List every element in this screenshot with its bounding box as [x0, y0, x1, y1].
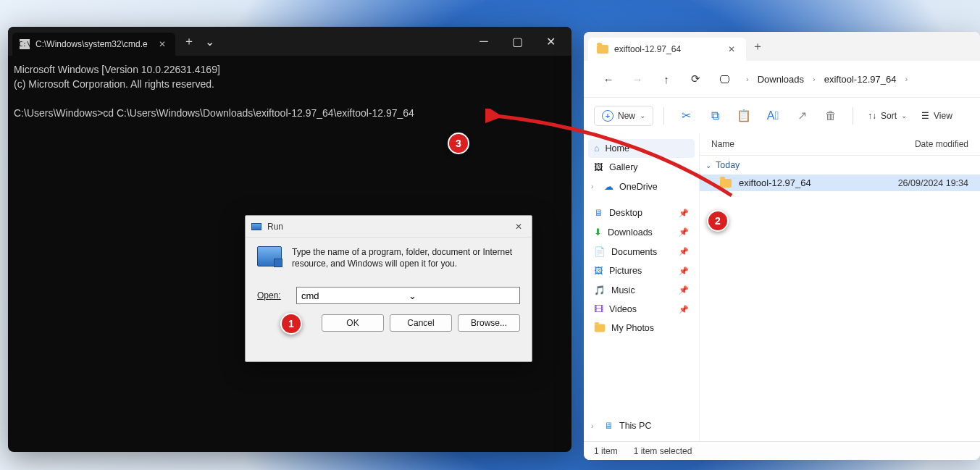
new-tab-button[interactable]: ＋ — [746, 35, 769, 58]
sidebar-item-thispc[interactable]: ›🖥This PC — [588, 416, 695, 435]
new-button[interactable]: + New ⌄ — [594, 106, 653, 126]
pictures-icon: 🖼 — [594, 266, 603, 276]
chevron-down-icon: ⌄ — [901, 112, 907, 119]
sidebar-item-home[interactable]: ⌂Home — [588, 139, 695, 158]
pin-icon: 📌 — [679, 267, 689, 276]
run-open-label: Open: — [257, 290, 288, 301]
explorer-tabs: exiftool-12.97_64 ✕ ＋ — [584, 32, 980, 61]
sidebar-item-documents[interactable]: 📄Documents📌 — [588, 242, 695, 261]
status-selected: 1 item selected — [634, 446, 692, 456]
pin-icon: 📌 — [679, 209, 689, 218]
refresh-button[interactable]: ⟳ — [682, 66, 708, 92]
file-row[interactable]: exiftool-12.97_64 26/09/2024 19:34 — [700, 175, 980, 191]
divider — [853, 107, 853, 125]
explorer-tab[interactable]: exiftool-12.97_64 ✕ — [588, 38, 746, 61]
share-icon[interactable]: ↗ — [790, 104, 813, 127]
col-date[interactable]: Date modified — [915, 139, 968, 149]
breadcrumb-item[interactable]: Downloads — [758, 74, 804, 85]
sidebar-item-gallery[interactable]: 🖼Gallery — [588, 158, 695, 177]
view-label: View — [934, 111, 952, 121]
terminal-prompt: C:\Users\Windows>cd C:\Users\Windows\Dow… — [14, 107, 414, 119]
forward-button[interactable]: → — [624, 66, 650, 92]
documents-icon: 📄 — [594, 246, 606, 257]
col-name[interactable]: Name — [711, 139, 915, 149]
explorer-actions: + New ⌄ ✂ ⧉ 📋 Aͬ ↗ 🗑 ↑↓ Sort ⌄ ☰ View — [584, 97, 980, 133]
sidebar-item-videos[interactable]: 🎞Videos📌 — [588, 300, 695, 319]
chevron-right-icon: › — [813, 75, 816, 83]
up-button[interactable]: ↑ — [653, 66, 679, 92]
pc-icon: 🖥 — [604, 421, 613, 431]
videos-icon: 🎞 — [594, 304, 603, 314]
browse-button[interactable]: Browse... — [458, 314, 520, 332]
run-content: Type the name of a program, folder, docu… — [246, 238, 532, 278]
step-badge-3: 3 — [448, 133, 469, 154]
status-bar: 1 item 1 item selected — [584, 441, 980, 460]
sidebar-item-downloads[interactable]: ⬇Downloads📌 — [588, 222, 695, 242]
close-icon[interactable]: ✕ — [511, 219, 526, 234]
chevron-down-icon: ⌄ — [705, 161, 711, 169]
sidebar-item-music[interactable]: 🎵Music📌 — [588, 280, 695, 300]
maximize-button[interactable]: ▢ — [501, 27, 534, 56]
run-input[interactable]: cmd ⌄ — [296, 287, 520, 304]
folder-icon — [595, 324, 605, 332]
sidebar-item-myphotos[interactable]: My Photos — [588, 319, 695, 337]
cut-icon[interactable]: ✂ — [674, 104, 698, 127]
run-dialog: Run ✕ Type the name of a program, folder… — [245, 215, 532, 362]
rename-icon[interactable]: Aͬ — [761, 104, 784, 127]
new-tab-button[interactable]: ＋ — [177, 30, 201, 53]
explorer-sidebar: ⌂Home 🖼Gallery ›☁OneDrive 🖥Desktop📌 ⬇Dow… — [584, 133, 700, 441]
file-name: exiftool-12.97_64 — [739, 177, 891, 188]
downloads-icon: ⬇ — [594, 227, 602, 238]
sidebar-item-pictures[interactable]: 🖼Pictures📌 — [588, 261, 695, 280]
divider — [663, 107, 664, 125]
cancel-button[interactable]: Cancel — [390, 314, 452, 332]
terminal-tab[interactable]: C:\ C:\Windows\system32\cmd.e ✕ — [12, 33, 175, 56]
pin-icon: 📌 — [679, 247, 689, 256]
file-date: 26/09/2024 19:34 — [898, 178, 968, 188]
column-headers: Name Date modified — [700, 133, 980, 156]
pin-icon: 📌 — [679, 285, 689, 295]
terminal-titlebar: C:\ C:\Windows\system32\cmd.e ✕ ＋ ⌄ ─ ▢ … — [8, 27, 571, 56]
terminal-body[interactable]: Microsoft Windows [Version 10.0.22631.41… — [8, 56, 571, 128]
run-input-row: Open: cmd ⌄ — [246, 287, 532, 304]
home-icon: ⌂ — [594, 143, 600, 154]
window-controls: ─ ▢ ✕ — [467, 27, 567, 56]
chevron-down-icon[interactable]: ⌄ — [409, 290, 516, 301]
cmd-icon: C:\ — [20, 39, 30, 49]
run-input-value: cmd — [301, 290, 409, 301]
close-button[interactable]: ✕ — [534, 27, 567, 56]
chevron-right-icon: › — [591, 182, 598, 190]
back-button[interactable]: ← — [595, 66, 621, 92]
sort-button[interactable]: ↑↓ Sort ⌄ — [863, 108, 911, 124]
chevron-right-icon: › — [591, 422, 598, 430]
folder-icon — [597, 45, 608, 54]
sidebar-item-onedrive[interactable]: ›☁OneDrive — [588, 177, 695, 196]
minimize-button[interactable]: ─ — [467, 27, 501, 56]
pc-icon[interactable]: 🖵 — [711, 66, 737, 92]
desktop-icon: 🖥 — [594, 208, 603, 218]
view-button[interactable]: ☰ View — [917, 108, 957, 124]
delete-icon[interactable]: 🗑 — [819, 104, 842, 127]
sort-icon: ↑↓ — [868, 111, 876, 121]
ok-button[interactable]: OK — [322, 314, 384, 332]
sidebar-item-desktop[interactable]: 🖥Desktop📌 — [588, 203, 695, 222]
close-icon[interactable]: ✕ — [726, 43, 737, 55]
terminal-line: Microsoft Windows [Version 10.0.22631.41… — [14, 64, 220, 75]
chevron-down-icon: ⌄ — [640, 112, 645, 119]
plus-icon: + — [602, 110, 613, 122]
tab-dropdown-icon[interactable]: ⌄ — [201, 30, 219, 53]
chevron-right-icon: › — [746, 75, 749, 83]
pin-icon: 📌 — [679, 305, 689, 314]
explorer-body: ⌂Home 🖼Gallery ›☁OneDrive 🖥Desktop📌 ⬇Dow… — [584, 133, 980, 441]
onedrive-icon: ☁ — [604, 181, 613, 192]
group-today[interactable]: ⌄ Today — [700, 156, 980, 175]
paste-icon[interactable]: 📋 — [732, 104, 755, 127]
breadcrumb-item[interactable]: exiftool-12.97_64 — [824, 74, 897, 85]
terminal-tab-title: C:\Windows\system32\cmd.e — [35, 39, 148, 49]
music-icon: 🎵 — [594, 285, 606, 295]
chevron-right-icon: › — [905, 75, 908, 83]
close-icon[interactable]: ✕ — [156, 38, 168, 50]
folder-icon — [720, 179, 732, 188]
breadcrumb: › Downloads › exiftool-12.97_64 › — [746, 74, 908, 85]
copy-icon[interactable]: ⧉ — [703, 104, 726, 127]
